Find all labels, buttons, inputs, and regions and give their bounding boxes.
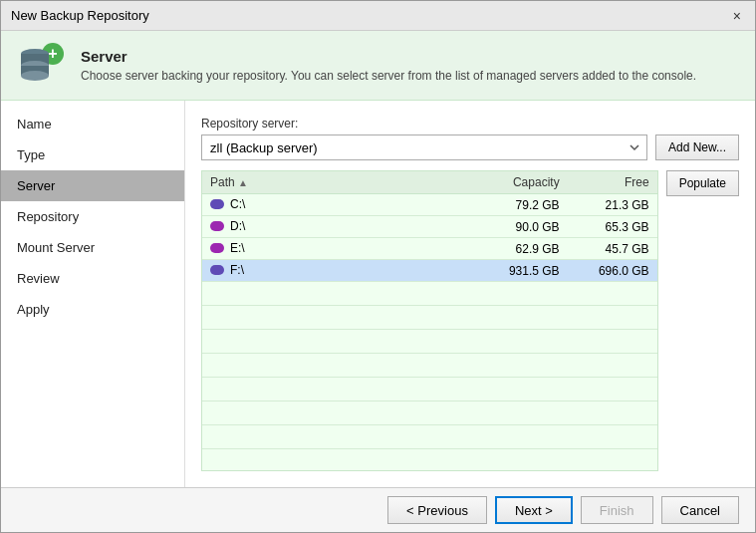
col-path: Path ▲ bbox=[210, 175, 460, 189]
cell-capacity: 79.2 GB bbox=[460, 198, 560, 212]
footer: < Previous Next > Finish Cancel bbox=[1, 487, 755, 532]
drive-dot bbox=[210, 265, 224, 275]
finish-button[interactable]: Finish bbox=[581, 496, 653, 524]
sidebar-item-review[interactable]: Review bbox=[1, 263, 184, 294]
table-area: Path ▲ Capacity Free C:\ 79.2 GB21.3 GB … bbox=[201, 170, 739, 471]
content-area: NameTypeServerRepositoryMount ServerRevi… bbox=[1, 101, 755, 487]
cell-free: 45.7 GB bbox=[560, 242, 649, 256]
drive-icon: C:\ bbox=[210, 197, 245, 211]
sidebar-item-repository[interactable]: Repository bbox=[1, 201, 184, 232]
cell-path: F:\ bbox=[210, 263, 460, 278]
title-bar: New Backup Repository × bbox=[1, 1, 755, 31]
sort-arrow: ▲ bbox=[238, 177, 248, 188]
table-row[interactable]: E:\ 62.9 GB45.7 GB bbox=[202, 238, 657, 260]
drive-icon: E:\ bbox=[210, 241, 245, 255]
close-button[interactable]: × bbox=[729, 8, 745, 24]
table-header: Path ▲ Capacity Free bbox=[202, 171, 657, 194]
header-description: Choose server backing your repository. Y… bbox=[81, 69, 696, 83]
main-panel: Repository server: zll (Backup server) A… bbox=[185, 101, 755, 487]
sidebar-item-type[interactable]: Type bbox=[1, 139, 184, 170]
header-icon: + bbox=[17, 42, 65, 90]
header-title: Server bbox=[81, 48, 696, 65]
empty-row bbox=[202, 378, 657, 401]
svg-text:+: + bbox=[48, 45, 57, 62]
dropdown-row: zll (Backup server) Add New... bbox=[201, 134, 739, 160]
header-text: Server Choose server backing your reposi… bbox=[81, 48, 696, 83]
drive-icon: F:\ bbox=[210, 263, 244, 277]
previous-button[interactable]: < Previous bbox=[387, 496, 487, 524]
repository-server-label: Repository server: bbox=[201, 117, 739, 131]
empty-row bbox=[202, 449, 657, 470]
cell-free: 21.3 GB bbox=[560, 198, 649, 212]
cell-capacity: 931.5 GB bbox=[460, 264, 560, 278]
drive-dot bbox=[210, 199, 224, 209]
cell-path: D:\ bbox=[210, 219, 460, 234]
cell-free: 65.3 GB bbox=[560, 220, 649, 234]
drive-table: Path ▲ Capacity Free C:\ 79.2 GB21.3 GB … bbox=[201, 170, 658, 471]
empty-row bbox=[202, 330, 657, 354]
drive-dot bbox=[210, 243, 224, 253]
sidebar-item-apply[interactable]: Apply bbox=[1, 294, 184, 325]
table-buttons: Populate bbox=[666, 170, 739, 471]
add-new-button[interactable]: Add New... bbox=[655, 134, 739, 160]
cancel-button[interactable]: Cancel bbox=[661, 496, 739, 524]
table-row[interactable]: C:\ 79.2 GB21.3 GB bbox=[202, 194, 657, 216]
table-body: C:\ 79.2 GB21.3 GB D:\ 90.0 GB65.3 GB E:… bbox=[202, 194, 657, 470]
cell-capacity: 90.0 GB bbox=[460, 220, 560, 234]
cell-capacity: 62.9 GB bbox=[460, 242, 560, 256]
sidebar-item-server[interactable]: Server bbox=[1, 170, 184, 201]
empty-row bbox=[202, 425, 657, 449]
dialog-title: New Backup Repository bbox=[11, 8, 149, 23]
drive-icon: D:\ bbox=[210, 219, 245, 233]
sidebar-item-mount-server[interactable]: Mount Server bbox=[1, 232, 184, 263]
empty-row bbox=[202, 354, 657, 378]
svg-point-6 bbox=[21, 71, 49, 81]
col-free: Free bbox=[560, 175, 649, 189]
table-row[interactable]: F:\ 931.5 GB696.0 GB bbox=[202, 260, 657, 282]
empty-row bbox=[202, 401, 657, 425]
next-button[interactable]: Next > bbox=[495, 496, 573, 524]
header-banner: + Server Choose server backing your repo… bbox=[1, 31, 755, 101]
cell-path: C:\ bbox=[210, 197, 460, 212]
empty-row bbox=[202, 282, 657, 306]
sidebar: NameTypeServerRepositoryMount ServerRevi… bbox=[1, 101, 185, 487]
col-capacity: Capacity bbox=[460, 175, 560, 189]
empty-row bbox=[202, 306, 657, 330]
server-dropdown[interactable]: zll (Backup server) bbox=[201, 134, 647, 160]
populate-button[interactable]: Populate bbox=[666, 170, 739, 196]
repository-server-field: Repository server: zll (Backup server) A… bbox=[201, 117, 739, 160]
cell-free: 696.0 GB bbox=[560, 264, 649, 278]
sidebar-item-name[interactable]: Name bbox=[1, 109, 184, 139]
drive-dot bbox=[210, 221, 224, 231]
table-row[interactable]: D:\ 90.0 GB65.3 GB bbox=[202, 216, 657, 238]
cell-path: E:\ bbox=[210, 241, 460, 256]
dialog: New Backup Repository × + Server Choose … bbox=[0, 0, 756, 533]
